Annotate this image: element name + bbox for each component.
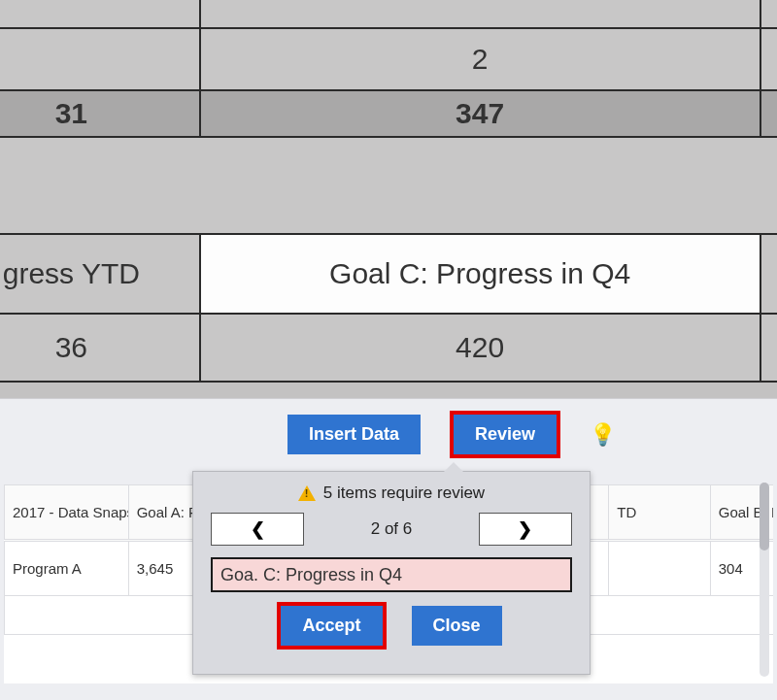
- prev-item-button[interactable]: ❮: [211, 513, 304, 546]
- zoomed-sheet-background: 2 36 31 347 4,57 gress YTD Goal C: Progr…: [0, 0, 777, 398]
- cell-data-c1: 36: [0, 314, 200, 382]
- cell-data-c3: 3,1: [760, 314, 777, 382]
- accept-button[interactable]: Accept: [281, 606, 382, 646]
- next-item-button[interactable]: ❯: [479, 513, 572, 546]
- review-edit-field[interactable]: [211, 557, 572, 592]
- cell-r1c3: [760, 0, 777, 28]
- cell-hdr-c2-selected: Goal C: Progress in Q4: [200, 234, 760, 314]
- preview-header-c0: 2017 - Data Snapshot: [5, 485, 129, 540]
- cell-r1c2: [200, 0, 760, 28]
- panel-toolbar: Insert Data Review 💡: [0, 399, 777, 454]
- cell-sum-c1: 31: [0, 90, 200, 137]
- cell-sum-c3: 4,57: [760, 90, 777, 137]
- cell-r2c3: 36: [760, 28, 777, 90]
- warning-icon: [298, 485, 316, 501]
- cell-hdr-c3: Goal C: [760, 234, 777, 314]
- cell-sum-c2: 347: [200, 90, 760, 137]
- review-counter: 2 of 6: [371, 519, 413, 539]
- preview-r1c3: [609, 542, 710, 596]
- review-warning-text: 5 items require review: [323, 483, 485, 503]
- preview-r1c0: Program A: [5, 542, 129, 596]
- cell-hdr-c1: gress YTD: [0, 234, 200, 314]
- preview-header-c3: TD: [609, 485, 710, 540]
- cell-r1c1: [0, 0, 200, 28]
- cell-r2c2: 2: [200, 28, 760, 90]
- close-button[interactable]: Close: [412, 606, 502, 646]
- insert-data-panel: Insert Data Review 💡 2017 - Data Snapsho…: [0, 398, 777, 700]
- review-popup: 5 items require review ❮ 2 of 6 ❯ Accept…: [192, 471, 591, 675]
- review-button[interactable]: Review: [454, 415, 557, 454]
- panel-scrollbar[interactable]: [760, 483, 769, 677]
- spacer-row: [0, 137, 777, 234]
- cell-r2c1: [0, 28, 200, 90]
- cell-data-c2: 420: [200, 314, 760, 382]
- zoomed-table: 2 36 31 347 4,57 gress YTD Goal C: Progr…: [0, 0, 777, 383]
- lightbulb-icon[interactable]: 💡: [590, 422, 616, 448]
- insert-data-button[interactable]: Insert Data: [287, 415, 421, 454]
- scrollbar-thumb[interactable]: [760, 483, 769, 550]
